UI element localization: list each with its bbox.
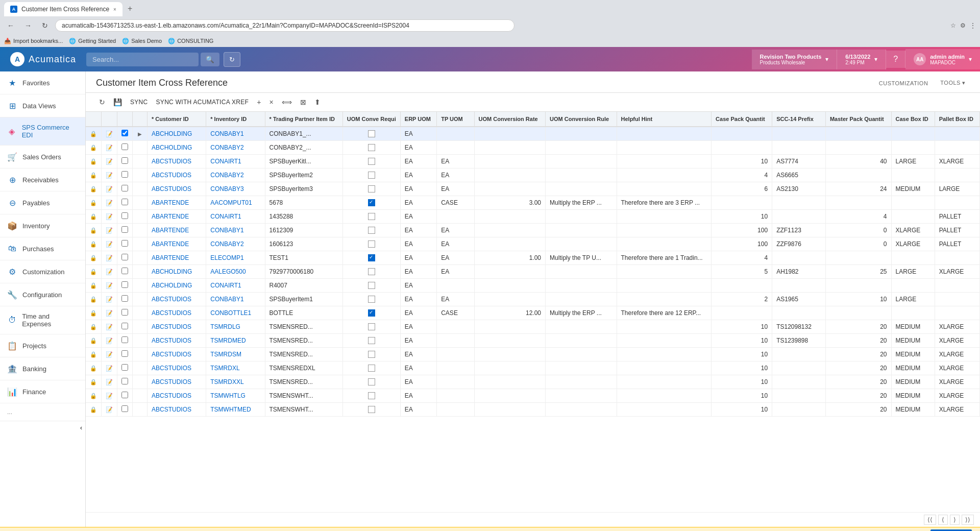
row-pallet-box-id[interactable]: PALLET (935, 210, 979, 224)
row-inventory-id[interactable]: TSMRDXXL (206, 375, 265, 389)
row-case-pack[interactable]: 6 (712, 182, 772, 196)
row-uom-conv-rate[interactable] (474, 182, 546, 196)
row-customer-id[interactable]: ABARTENDE (148, 251, 206, 265)
row-customer-id[interactable]: ABARTENDE (148, 224, 206, 237)
row-case-box-id[interactable]: LARGE (891, 293, 935, 306)
row-note-cell[interactable]: 📝 (102, 196, 117, 210)
row-erp-uom[interactable]: EA (400, 196, 436, 210)
row-trading-partner[interactable]: TSMENSREDXL (265, 361, 342, 375)
row-erp-uom[interactable]: EA (400, 279, 436, 293)
sidebar-item-purchases[interactable]: 🛍 Purchases (0, 237, 85, 260)
row-case-box-id[interactable]: LARGE (891, 155, 935, 168)
row-helpful-hint[interactable] (617, 224, 712, 237)
row-trading-partner[interactable]: R4007 (265, 279, 342, 293)
row-helpful-hint[interactable]: Therefore there are 3 ERP ... (617, 196, 712, 210)
sidebar-more[interactable]: ... (0, 403, 85, 421)
row-pallet-box-id[interactable]: LARGE (935, 182, 979, 196)
row-note-cell[interactable]: 📝 (102, 224, 117, 237)
row-uom-conv-rule[interactable] (546, 348, 617, 361)
row-case-pack[interactable]: 10 (712, 375, 772, 389)
row-case-pack[interactable]: 2 (712, 293, 772, 306)
row-scc14-prefix[interactable] (772, 361, 826, 375)
row-uom-conv-rule[interactable] (546, 320, 617, 334)
row-expand-cell[interactable]: ▶ (133, 320, 148, 334)
global-search-btn[interactable]: 🔍 (201, 53, 219, 66)
col-header-pallet-box-id[interactable]: Pallet Box ID (935, 112, 979, 127)
row-helpful-hint[interactable] (617, 155, 712, 168)
row-case-box-id[interactable]: MEDIUM (891, 320, 935, 334)
row-erp-uom[interactable]: EA (400, 182, 436, 196)
row-case-pack[interactable]: 100 (712, 224, 772, 237)
sidebar-item-data-views[interactable]: ⊞ Data Views (0, 94, 85, 117)
row-inventory-id[interactable]: TSMRDLG (206, 320, 265, 334)
row-uom-conv-rule[interactable] (546, 168, 617, 182)
row-customer-id[interactable]: ABARTENDE (148, 210, 206, 224)
company-selector[interactable]: Revision Two Products Products Wholesale… (752, 50, 838, 69)
row-customer-id[interactable]: ABCSTUDIOS (148, 375, 206, 389)
row-helpful-hint[interactable] (617, 375, 712, 389)
row-scc14-prefix[interactable]: TS1239898 (772, 334, 826, 348)
row-tp-uom[interactable] (437, 389, 474, 403)
bookmark-star-icon[interactable]: ☆ (950, 22, 956, 29)
excel-export-btn[interactable]: ⊠ (297, 96, 309, 108)
table-row[interactable]: 🔒 📝 ▶ ABCSTUDIOS TSMWHTLG TSMENSWHT... E… (86, 389, 980, 403)
row-scc14-prefix[interactable] (772, 251, 826, 265)
row-uom-conv-rate[interactable] (474, 334, 546, 348)
row-inventory-id[interactable]: TSMWHTMED (206, 403, 265, 417)
sync-xref-btn[interactable]: SYNC WITH ACUMATICA XREF (153, 96, 252, 108)
col-header-inventory-id[interactable]: * Inventory ID (206, 112, 265, 127)
row-case-box-id[interactable]: MEDIUM (891, 361, 935, 375)
row-uom-conv-req[interactable] (342, 361, 400, 375)
row-erp-uom[interactable]: EA (400, 389, 436, 403)
row-uom-conv-req[interactable] (342, 348, 400, 361)
row-helpful-hint[interactable] (617, 403, 712, 417)
menu-icon[interactable]: ⋮ (970, 22, 976, 29)
row-customer-id[interactable]: ABCSTUDIOS (148, 334, 206, 348)
sidebar-item-customization[interactable]: ⚙ Customization (0, 260, 85, 283)
row-case-pack[interactable] (712, 306, 772, 320)
back-btn[interactable]: ← (4, 20, 17, 31)
row-uom-conv-rate[interactable] (474, 127, 546, 141)
row-uom-conv-req[interactable] (342, 127, 400, 141)
row-note-cell[interactable]: 📝 (102, 279, 117, 293)
row-uom-conv-rule[interactable] (546, 334, 617, 348)
row-master-pack[interactable]: 20 (825, 334, 891, 348)
table-row[interactable]: 🔒 📝 ▶ ABCSTUDIOS TSMRDMED TSMENSRED... E… (86, 334, 980, 348)
row-trading-partner[interactable]: TSMENSWHT... (265, 389, 342, 403)
row-select-cell[interactable] (117, 361, 133, 375)
table-row[interactable]: 🔒 📝 ▶ ABCHOLDING CONBABY1 CONBABY1_... E… (86, 127, 980, 141)
row-case-pack[interactable]: 10 (712, 320, 772, 334)
row-inventory-id[interactable]: TSMRDSM (206, 348, 265, 361)
col-header-erp-uom[interactable]: ERP UOM (400, 112, 436, 127)
sidebar-item-inventory[interactable]: 📦 Inventory (0, 214, 85, 237)
row-uom-conv-rate[interactable] (474, 265, 546, 279)
row-uom-conv-req[interactable] (342, 320, 400, 334)
row-case-box-id[interactable] (891, 196, 935, 210)
row-uom-conv-req[interactable] (342, 279, 400, 293)
row-trading-partner[interactable]: CONBABY1_... (265, 127, 342, 141)
row-pallet-box-id[interactable] (935, 141, 979, 155)
row-note-cell[interactable]: 📝 (102, 361, 117, 375)
row-uom-conv-rate[interactable] (474, 361, 546, 375)
row-expand-cell[interactable]: ▶ (133, 389, 148, 403)
row-select-cell[interactable] (117, 127, 133, 141)
row-note-cell[interactable]: 📝 (102, 334, 117, 348)
row-tp-uom[interactable] (437, 320, 474, 334)
row-pallet-box-id[interactable]: XLARGE (935, 320, 979, 334)
table-row[interactable]: 🔒 📝 ▶ ABCSTUDIOS TSMWHTMED TSMENSWHT... … (86, 403, 980, 417)
row-expand-cell[interactable]: ▶ (133, 375, 148, 389)
row-select-cell[interactable] (117, 348, 133, 361)
col-header-helpful-hint[interactable]: Helpful Hint (617, 112, 712, 127)
table-row[interactable]: 🔒 📝 ▶ ABCSTUDIOS CONBABY3 SPSBuyerItem3 … (86, 182, 980, 196)
row-helpful-hint[interactable] (617, 265, 712, 279)
bookmark-item-sales-demo[interactable]: 🌐 Sales Demo (122, 38, 162, 44)
row-trading-partner[interactable]: 1435288 (265, 210, 342, 224)
row-expand-cell[interactable]: ▶ (133, 182, 148, 196)
row-uom-conv-rate[interactable] (474, 155, 546, 168)
row-uom-conv-rule[interactable]: Multiply the TP U... (546, 251, 617, 265)
row-case-pack[interactable]: 10 (712, 403, 772, 417)
row-select-cell[interactable] (117, 168, 133, 182)
row-uom-conv-rate[interactable] (474, 141, 546, 155)
row-master-pack[interactable] (825, 168, 891, 182)
row-scc14-prefix[interactable]: ZZF1123 (772, 224, 826, 237)
